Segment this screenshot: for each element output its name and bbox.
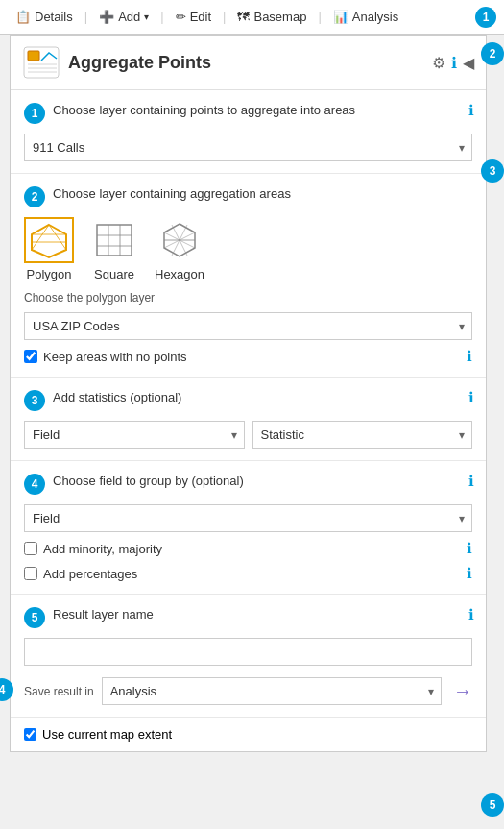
minority-checkbox[interactable]	[24, 542, 37, 555]
toolbar-details[interactable]: 📋 Details	[8, 6, 81, 28]
step-2-section: 2 Choose layer containing aggregation ar…	[11, 174, 486, 378]
step1-title: Choose layer containing points to aggreg…	[53, 102, 472, 119]
step2-title: Choose layer containing aggregation area…	[53, 185, 472, 203]
shape-polygon[interactable]: Polygon	[24, 217, 74, 281]
step-badge-2: 2	[24, 186, 45, 207]
percentages-row: Add percentages ℹ	[24, 565, 472, 582]
toolbar-analysis[interactable]: 📊 Analysis	[325, 6, 406, 28]
step-badge-5: 5	[24, 607, 45, 628]
toolbar-edit[interactable]: ✏ Edit	[168, 6, 219, 28]
panel-info-icon[interactable]: ℹ	[451, 54, 457, 72]
shape-hexagon[interactable]: Hexagon	[155, 217, 204, 281]
gear-icon[interactable]: ⚙	[432, 54, 445, 72]
step-4-section: ℹ 4 Choose field to group by (optional) …	[11, 461, 486, 595]
panel-title: Aggregate Points	[68, 53, 424, 73]
save-location-select-wrapper: Analysis	[102, 677, 442, 705]
percentages-label: Add percentages	[43, 567, 137, 581]
step-badge-1: 1	[24, 103, 45, 124]
step3-info-icon[interactable]: ℹ	[468, 389, 474, 406]
basemap-icon: 🗺	[237, 10, 250, 24]
toolbar-badge-1[interactable]: 1	[475, 7, 496, 28]
use-extent-label: Use current map extent	[42, 727, 172, 742]
square-icon-box	[89, 217, 139, 263]
external-badge-2: 2	[481, 42, 504, 65]
square-icon	[93, 221, 135, 259]
step4-field-select-wrapper: Field	[24, 504, 472, 532]
back-icon[interactable]: ◀	[463, 54, 474, 72]
add-dropdown-icon: ▾	[144, 12, 149, 22]
minority-info[interactable]: ℹ	[467, 540, 472, 557]
percentages-info[interactable]: ℹ	[467, 565, 472, 582]
polygon-hint: Choose the polygon layer	[24, 291, 472, 305]
percentages-checkbox[interactable]	[24, 567, 37, 580]
step3-field-select-wrapper: Field	[24, 421, 245, 449]
add-icon: ➕	[99, 10, 114, 24]
save-arrow-icon: →	[453, 680, 472, 702]
polygon-label: Polygon	[27, 267, 72, 281]
step5-info-icon[interactable]: ℹ	[468, 606, 474, 623]
step-badge-3: 3	[24, 390, 45, 411]
step-badge-4: 4	[24, 474, 45, 495]
result-name-input[interactable]: Aggregation of 911 Calls to USA ZIP Code…	[24, 638, 472, 666]
keep-areas-checkbox[interactable]	[24, 350, 37, 363]
save-label: Save result in	[24, 685, 94, 698]
shape-square[interactable]: Square	[89, 217, 139, 281]
toolbar-add[interactable]: ➕ Add ▾	[91, 6, 156, 28]
edit-icon: ✏	[176, 10, 186, 24]
use-extent-checkbox[interactable]	[24, 728, 36, 741]
polygon-icon-box	[24, 217, 74, 263]
minority-row: Add minority, majority ℹ	[24, 540, 472, 557]
hexagon-icon-box	[155, 217, 204, 263]
toolbar-basemap[interactable]: 🗺 Basemap	[229, 6, 314, 28]
step4-title: Choose field to group by (optional)	[53, 473, 472, 490]
polygon-layer-select-wrapper: USA ZIP Codes	[24, 312, 472, 340]
step1-layer-select-wrapper: 911 Calls	[24, 134, 472, 161]
step-3-section: ℹ 3 Add statistics (optional) Field Stat…	[11, 378, 486, 461]
hexagon-label: Hexagon	[155, 267, 204, 281]
keep-areas-label: Keep areas with no points	[43, 350, 187, 364]
svg-marker-5	[32, 225, 66, 257]
save-row: Save result in Analysis →	[24, 677, 472, 705]
polygon-icon	[28, 221, 70, 259]
external-badge-3: 3	[481, 159, 504, 183]
step3-field-select[interactable]: Field	[24, 421, 245, 449]
step3-statistic-select-wrapper: Statistic	[252, 421, 473, 449]
step-5-section: ℹ 5 Result layer name Aggregation of 911…	[11, 595, 486, 718]
step4-info-icon[interactable]: ℹ	[468, 473, 474, 490]
analysis-icon: 📊	[333, 10, 348, 24]
external-badge-5: 5	[481, 793, 504, 817]
aggregate-points-panel: Aggregate Points ⚙ ℹ ◀ ℹ 1 Choose layer …	[10, 35, 487, 752]
shape-options: Polygon Square	[24, 217, 472, 281]
save-location-select[interactable]: Analysis	[102, 677, 442, 705]
svg-rect-1	[28, 51, 39, 61]
keep-areas-info[interactable]: ℹ	[467, 348, 472, 365]
step-1-section: ℹ 1 Choose layer containing points to ag…	[11, 90, 486, 174]
keep-areas-row: Keep areas with no points ℹ	[24, 348, 472, 365]
svg-rect-10	[97, 225, 132, 256]
step3-title: Add statistics (optional)	[53, 389, 472, 406]
panel-icon	[22, 45, 60, 80]
step4-field-select[interactable]: Field	[24, 504, 472, 532]
step3-statistic-select[interactable]: Statistic	[252, 421, 473, 449]
square-label: Square	[94, 267, 134, 281]
hexagon-icon	[158, 221, 201, 259]
bottom-section: Use current map extent	[11, 718, 486, 751]
step1-info-icon[interactable]: ℹ	[468, 102, 474, 119]
minority-label: Add minority, majority	[43, 542, 162, 556]
panel-header: Aggregate Points ⚙ ℹ ◀	[11, 36, 486, 90]
toolbar: 📋 Details | ➕ Add ▾ | ✏ Edit | 🗺 Basemap…	[0, 0, 504, 35]
step1-layer-select[interactable]: 911 Calls	[24, 134, 472, 161]
step5-title: Result layer name	[53, 606, 472, 623]
details-icon: 📋	[15, 10, 31, 24]
polygon-layer-select[interactable]: USA ZIP Codes	[24, 312, 472, 340]
step3-fields-row: Field Statistic	[24, 421, 472, 449]
